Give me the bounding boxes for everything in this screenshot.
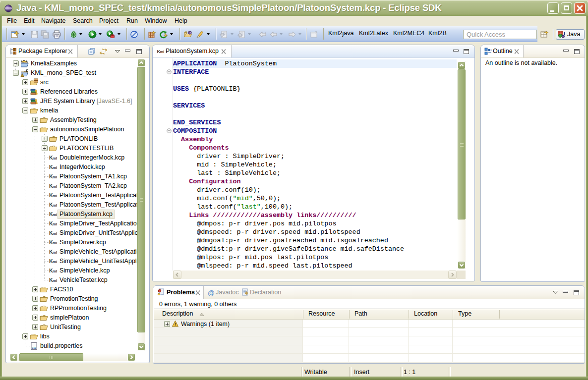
svg-text:010: 010 <box>32 346 36 349</box>
